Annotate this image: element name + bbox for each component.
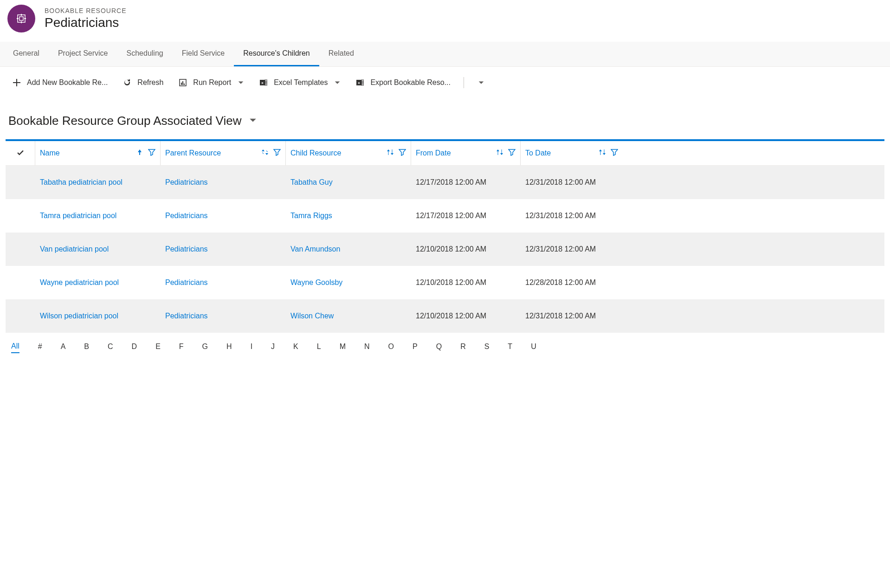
cell-from-date: 12/10/2018 12:00 AM [411,245,521,253]
data-grid: Name Parent Resource Child Resource From… [6,139,884,333]
overflow-button[interactable] [471,76,490,90]
alpha-item[interactable]: # [38,341,42,353]
cell-child-resource[interactable]: Wilson Chew [286,312,411,320]
alpha-item[interactable]: S [484,341,490,353]
alpha-item[interactable]: G [202,341,208,353]
cell-to-date: 12/31/2018 12:00 AM [521,212,623,220]
run-report-label: Run Report [193,78,231,87]
column-header-parent-resource[interactable]: Parent Resource [161,141,286,165]
sort-icon[interactable] [599,149,606,158]
alpha-item[interactable]: B [84,341,89,353]
alpha-item[interactable]: R [460,341,466,353]
table-row[interactable]: Tabatha pediatrician pool Pediatricians … [6,166,884,199]
cell-name[interactable]: Wayne pediatrician pool [35,278,161,287]
cell-to-date: 12/28/2018 12:00 AM [521,278,623,287]
alpha-item[interactable]: E [155,341,161,353]
alpha-item[interactable]: C [108,341,113,353]
cell-from-date: 12/17/2018 12:00 AM [411,178,521,187]
filter-icon[interactable] [399,149,406,158]
report-icon [178,78,187,87]
table-row[interactable]: Tamra pediatrician pool Pediatricians Ta… [6,199,884,233]
alpha-item[interactable]: F [179,341,184,353]
svg-rect-1 [19,17,23,20]
column-header-name[interactable]: Name [35,141,161,165]
tab-resources-children[interactable]: Resource's Children [234,42,319,66]
table-row[interactable]: Van pediatrician pool Pediatricians Van … [6,233,884,266]
excel-templates-label: Excel Templates [274,78,328,87]
tab-general[interactable]: General [4,42,49,66]
cell-child-resource[interactable]: Wayne Goolsby [286,278,411,287]
alpha-item[interactable]: U [531,341,536,353]
refresh-button[interactable]: Refresh [117,74,169,91]
cell-child-resource[interactable]: Van Amundson [286,245,411,253]
run-report-button[interactable]: Run Report [173,74,250,91]
tab-project-service[interactable]: Project Service [49,42,117,66]
column-header-to-date[interactable]: To Date [521,141,623,165]
tab-field-service[interactable]: Field Service [173,42,234,66]
cell-parent-resource[interactable]: Pediatricians [161,212,286,220]
cell-to-date: 12/31/2018 12:00 AM [521,245,623,253]
svg-text:x: x [358,81,361,85]
cell-to-date: 12/31/2018 12:00 AM [521,312,623,320]
alpha-item[interactable]: N [364,341,370,353]
filter-icon[interactable] [273,149,281,158]
table-row[interactable]: Wayne pediatrician pool Pediatricians Wa… [6,266,884,299]
alpha-item[interactable]: H [226,341,232,353]
alpha-item[interactable]: All [11,340,19,353]
svg-rect-15 [265,84,267,85]
alpha-item[interactable]: P [413,341,418,353]
record-header: BOOKABLE RESOURCE Pediatricians [0,0,890,42]
add-new-button[interactable]: Add New Bookable Re... [6,74,113,91]
alpha-item[interactable]: M [340,341,346,353]
svg-rect-3 [21,21,22,23]
filter-icon[interactable] [508,149,516,158]
header-text: BOOKABLE RESOURCE Pediatricians [45,7,127,30]
cell-name[interactable]: Wilson pediatrician pool [35,312,161,320]
cell-parent-resource[interactable]: Pediatricians [161,245,286,253]
alpha-item[interactable]: A [61,341,66,353]
select-all-checkbox[interactable] [6,141,35,165]
alpha-item[interactable]: J [271,341,275,353]
cell-child-resource[interactable]: Tamra Riggs [286,212,411,220]
table-row[interactable]: Wilson pediatrician pool Pediatricians W… [6,299,884,333]
sort-icon[interactable] [261,149,269,158]
tab-related[interactable]: Related [319,42,363,66]
column-header-from-date[interactable]: From Date [411,141,521,165]
cell-child-resource[interactable]: Tabatha Guy [286,178,411,187]
alpha-item[interactable]: I [251,341,252,353]
column-label: Name [40,149,131,157]
view-selector[interactable]: Bookable Resource Group Associated View [0,99,890,139]
cell-name[interactable]: Tamra pediatrician pool [35,212,161,220]
tab-scheduling[interactable]: Scheduling [117,42,173,66]
cell-parent-resource[interactable]: Pediatricians [161,278,286,287]
column-label: Child Resource [290,149,382,157]
entity-icon [7,5,35,32]
alpha-item[interactable]: T [508,341,512,353]
alpha-item[interactable]: Q [436,341,442,353]
subgrid-toolbar: Add New Bookable Re... Refresh Run Repor… [0,67,890,99]
alpha-item[interactable]: L [317,341,321,353]
sort-asc-icon[interactable] [136,149,143,158]
svg-rect-2 [21,14,22,16]
sort-icon[interactable] [387,149,394,158]
filter-icon[interactable] [148,149,155,158]
column-header-child-resource[interactable]: Child Resource [286,141,411,165]
cell-name[interactable]: Tabatha pediatrician pool [35,178,161,187]
chevron-down-icon [478,79,484,86]
cell-name[interactable]: Van pediatrician pool [35,245,161,253]
sort-icon[interactable] [496,149,503,158]
cell-parent-resource[interactable]: Pediatricians [161,178,286,187]
svg-text:x: x [261,81,264,85]
export-button[interactable]: x Export Bookable Reso... [350,74,456,91]
svg-rect-7 [181,83,182,85]
filter-icon[interactable] [611,149,618,158]
export-label: Export Bookable Reso... [370,78,451,87]
plus-icon [12,78,21,87]
cell-parent-resource[interactable]: Pediatricians [161,312,286,320]
alpha-item[interactable]: D [132,341,137,353]
cell-to-date: 12/31/2018 12:00 AM [521,178,623,187]
alpha-item[interactable]: K [293,341,298,353]
excel-templates-button[interactable]: x Excel Templates [253,74,346,91]
svg-rect-4 [17,18,19,19]
alpha-item[interactable]: O [388,341,394,353]
